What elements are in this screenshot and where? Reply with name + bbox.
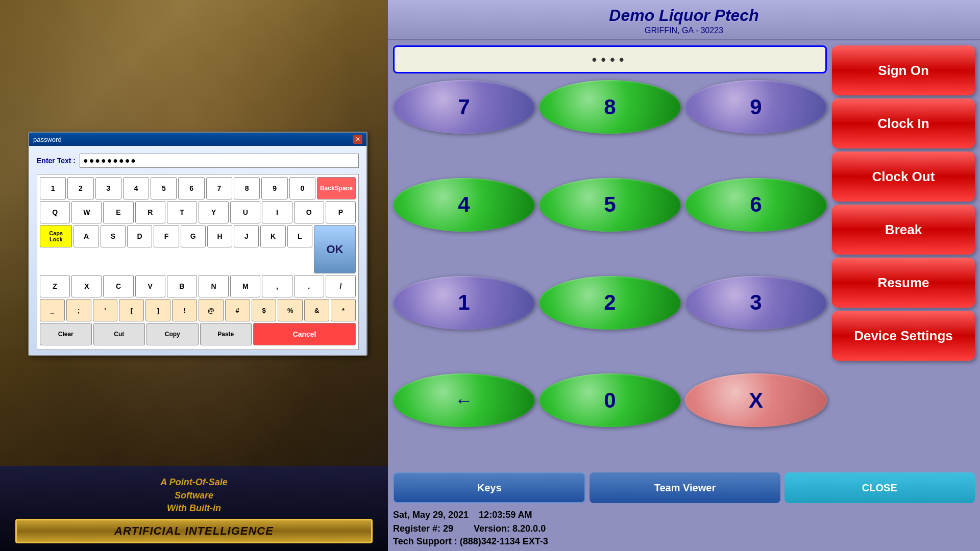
action-buttons: Sign OnClock InClock OutBreakResumeDevic… [832,45,975,467]
key-ok[interactable]: OK [314,225,356,273]
key-cancel[interactable]: Cancel [253,323,356,345]
main-content: •••• 789456123←0X Sign OnClock InClock O… [388,40,980,472]
key-1[interactable]: 1 [40,177,66,199]
enter-text-input[interactable] [80,154,359,168]
numpad-button-2[interactable]: 2 [539,276,681,330]
device-settings-button[interactable]: Device Settings [832,311,975,361]
key-z[interactable]: Z [40,275,70,297]
key-caps-lock[interactable]: CapsLock [40,225,72,247]
keyboard-row-asdf: CapsLock A S D F G H J K L OK [40,225,356,273]
key-5[interactable]: 5 [151,177,177,199]
key-asterisk[interactable]: * [331,299,356,321]
teamviewer-button[interactable]: Team Viewer [590,472,780,503]
key-copy[interactable]: Copy [146,323,199,345]
key-dollar[interactable]: $ [252,299,277,321]
key-comma[interactable]: , [262,275,292,297]
key-f[interactable]: F [154,225,179,247]
key-t[interactable]: T [167,201,197,223]
numpad-button-9[interactable]: 9 [685,80,827,134]
key-bracket-close[interactable]: ] [145,299,170,321]
key-b[interactable]: B [167,275,197,297]
key-g[interactable]: G [181,225,206,247]
key-a[interactable]: A [74,225,99,247]
keyboard-row-actions: Clear Cut Copy Paste Cancel [40,323,356,345]
resume-button[interactable]: Resume [832,258,975,308]
keys-button[interactable]: Keys [393,472,585,503]
numpad-grid: 789456123←0X [393,80,827,467]
break-button[interactable]: Break [832,205,975,255]
key-l[interactable]: L [287,225,312,247]
keyboard-row-numbers: 1 2 3 4 5 6 7 8 9 0 BackSpace [40,177,356,199]
numpad-button-5[interactable]: 5 [539,178,681,232]
sign-on-button[interactable]: Sign On [832,45,975,95]
key-y[interactable]: Y [199,201,229,223]
key-7[interactable]: 7 [206,177,232,199]
ai-banner: ARTIFICIAL INTELLIGENCE [15,519,373,543]
register-row: Register #: 29 Version: 8.20.0.0 [393,523,975,534]
key-clear[interactable]: Clear [40,323,92,345]
key-underscore[interactable]: _ [40,299,65,321]
numpad-button-3[interactable]: 3 [685,276,827,330]
key-period[interactable]: . [294,275,324,297]
key-slash[interactable]: / [326,275,356,297]
key-x[interactable]: X [71,275,102,297]
key-apostrophe[interactable]: ' [93,299,118,321]
key-4[interactable]: 4 [123,177,149,199]
key-h[interactable]: H [207,225,232,247]
key-at[interactable]: @ [199,299,224,321]
key-hash[interactable]: # [225,299,250,321]
clock-in-button[interactable]: Clock In [832,98,975,148]
numpad-section: •••• 789456123←0X [393,45,827,467]
close-button[interactable]: CLOSE [785,472,975,503]
enter-text-row: Enter Text : [37,154,359,168]
key-paste[interactable]: Paste [200,323,252,345]
keyboard: 1 2 3 4 5 6 7 8 9 0 BackSpace Q W E [37,174,359,350]
key-s[interactable]: S [101,225,126,247]
key-u[interactable]: U [230,201,260,223]
numpad-button-1[interactable]: 1 [393,276,535,330]
key-9[interactable]: 9 [261,177,287,199]
key-m[interactable]: M [230,275,260,297]
key-o[interactable]: O [294,201,324,223]
key-ampersand[interactable]: & [304,299,329,321]
dialog-close-button[interactable]: ✕ [353,135,362,144]
key-k[interactable]: K [260,225,285,247]
store-location: GRIFFIN, GA - 30223 [393,26,975,35]
key-v[interactable]: V [135,275,165,297]
key-w[interactable]: W [71,201,102,223]
key-p[interactable]: P [326,201,356,223]
key-cut[interactable]: Cut [93,323,145,345]
keyboard-row-zxcv: Z X C V B N M , . / [40,275,356,297]
key-e[interactable]: E [103,201,133,223]
key-j[interactable]: J [234,225,259,247]
time-text: 12:03:59 AM [479,510,532,520]
date-text: Sat, May 29, 2021 [393,510,469,520]
clock-out-button[interactable]: Clock Out [832,152,975,202]
numpad-button-6[interactable]: 6 [685,178,827,232]
key-percent[interactable]: % [278,299,303,321]
key-d[interactable]: D [127,225,152,247]
key-exclaim[interactable]: ! [172,299,197,321]
numpad-button-8[interactable]: 8 [539,80,681,134]
key-r[interactable]: R [135,201,165,223]
key-2[interactable]: 2 [67,177,93,199]
register-number: Register #: 29 [393,523,453,534]
key-6[interactable]: 6 [178,177,204,199]
pin-display: •••• [393,45,827,73]
numpad-button-7[interactable]: 7 [393,80,535,134]
numpad-button-0[interactable]: 0 [539,373,681,427]
left-panel: password ✕ Enter Text : 1 2 3 4 5 6 7 8 [0,0,388,551]
key-c[interactable]: C [103,275,133,297]
key-0[interactable]: 0 [289,177,315,199]
key-3[interactable]: 3 [95,177,121,199]
key-q[interactable]: Q [40,201,70,223]
key-i[interactable]: I [262,201,292,223]
key-8[interactable]: 8 [234,177,260,199]
key-backspace[interactable]: BackSpace [317,177,356,199]
key-bracket-open[interactable]: [ [119,299,144,321]
numpad-button-4[interactable]: 4 [393,178,535,232]
key-semicolon[interactable]: ; [66,299,91,321]
key-n[interactable]: N [199,275,229,297]
numpad-button-clear[interactable]: X [685,373,827,427]
numpad-button-back[interactable]: ← [393,373,535,427]
